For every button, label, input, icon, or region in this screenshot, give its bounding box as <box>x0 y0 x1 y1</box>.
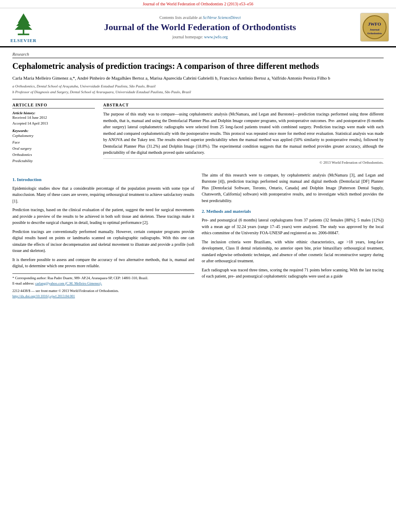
keyword-5: Predictability <box>12 158 95 164</box>
journal-title: Journal of the World Federation of Ortho… <box>104 21 296 33</box>
authors: Carla Maria Melleiro Gimenez a,*, André … <box>12 75 384 82</box>
section1-title: 1. Introduction <box>12 176 194 183</box>
elsevier-label: ELSEVIER <box>10 38 37 43</box>
section2-title: 2. Methods and materials <box>202 208 384 215</box>
affiliation-b: b Professor of Diagnosis and Surgery, De… <box>12 89 384 95</box>
intro-p1: Epidemiologic studies show that a consid… <box>12 185 194 205</box>
info-abstract-section: ARTICLE INFO Article history: Received 1… <box>12 99 384 167</box>
top-journal-bar: Journal of the World Federation of Ortho… <box>0 0 396 8</box>
article-info-panel: ARTICLE INFO Article history: Received 1… <box>12 103 95 167</box>
affiliations: a Orthodontics, Dental School of Araçatu… <box>12 83 384 95</box>
intro-aims: The aims of this research were to compar… <box>202 172 384 204</box>
svg-text:Orthodontists: Orthodontists <box>367 32 382 35</box>
article-title: Cephalometric analysis of prediction tra… <box>12 61 384 71</box>
svg-rect-4 <box>18 34 29 35</box>
main-content: Research Cephalometric analysis of predi… <box>0 47 396 303</box>
intro-p4: It is therefore possible to assess and c… <box>12 257 194 269</box>
author-list: Carla Maria Melleiro Gimenez a,*, André … <box>12 75 330 80</box>
keyword-4: Orthodontics <box>12 152 95 158</box>
journal-homepage: journal homepage: www.jwfo.org <box>172 35 228 39</box>
jwfo-logo: JWFO Journal Orthodontists <box>358 12 391 43</box>
abstract-text: The purpose of this study was to compare… <box>103 111 384 156</box>
svg-point-5 <box>363 16 386 39</box>
accepted-date: Accepted 14 April 2013 <box>12 121 95 127</box>
svg-text:Journal: Journal <box>370 28 379 31</box>
article-info-header: ARTICLE INFO <box>12 103 95 108</box>
received-date: Received 14 June 2012 <box>12 115 95 121</box>
keyword-2: Face <box>12 139 95 146</box>
affiliation-a: a Orthodontics, Dental School of Araçatu… <box>12 83 384 89</box>
keywords-list: Cephalometry Face Oral surgery Orthodont… <box>12 133 95 164</box>
article-section-label: Research <box>12 52 384 58</box>
keyword-3: Oral surgery <box>12 146 95 152</box>
abstract-header: ABSTRACT <box>103 103 384 108</box>
jwfo-badge-icon: JWFO Journal Orthodontists <box>362 15 387 40</box>
journal-header: ELSEVIER Contents lists available at Sci… <box>0 8 396 47</box>
elsevier-tree-icon <box>9 12 38 36</box>
methods-p1: Pre- and postsurgical (6 months) lateral… <box>202 217 384 236</box>
keyword-1: Cephalometry <box>12 133 95 139</box>
journal-citation: Journal of the World Federation of Ortho… <box>143 2 253 6</box>
body-columns: 1. Introduction Epidemiologic studies sh… <box>12 172 384 299</box>
keywords-section: Keywords: Cephalometry Face Oral surgery… <box>12 129 95 164</box>
doi-link[interactable]: http://dx.doi.org/10.1016/j.ejwf.2013.04… <box>12 294 194 299</box>
elsevier-logo: ELSEVIER <box>5 12 42 43</box>
history-label: Article history: <box>12 111 95 115</box>
body-col-right: The aims of this research were to compar… <box>202 172 384 299</box>
sciverse-line: Contents lists available at SciVerse Sci… <box>159 15 240 20</box>
corresponding-author-note: * Corresponding author: Rua Padre Duarte… <box>12 275 194 281</box>
article-history: Article history: Received 14 June 2012 A… <box>12 111 95 126</box>
header-center: Contents lists available at SciVerse Sci… <box>46 12 354 43</box>
abstract-panel: ABSTRACT The purpose of this study was t… <box>103 103 384 167</box>
issn-line: 2212-4438/$ — see front matter © 2013 Wo… <box>12 288 194 294</box>
svg-text:JWFO: JWFO <box>368 21 381 26</box>
body-col-left: 1. Introduction Epidemiologic studies sh… <box>12 172 194 299</box>
keywords-label: Keywords: <box>12 129 95 133</box>
jwfo-badge: JWFO Journal Orthodontists <box>360 13 389 42</box>
footnotes: * Corresponding author: Rua Padre Duarte… <box>12 273 194 299</box>
methods-p3: Each radiograph was traced three times, … <box>202 267 384 280</box>
methods-p2: The inclusion criteria were Brazilians, … <box>202 239 384 264</box>
email-note: E-mail address: carlang@yahoo.com (C.M. … <box>12 281 194 286</box>
copyright-line: © 2013 World Federation of Orthodontists… <box>103 158 384 165</box>
intro-p3: Prediction tracings are conventionally p… <box>12 228 194 254</box>
intro-p2: Prediction tracings, based on the clinic… <box>12 207 194 226</box>
